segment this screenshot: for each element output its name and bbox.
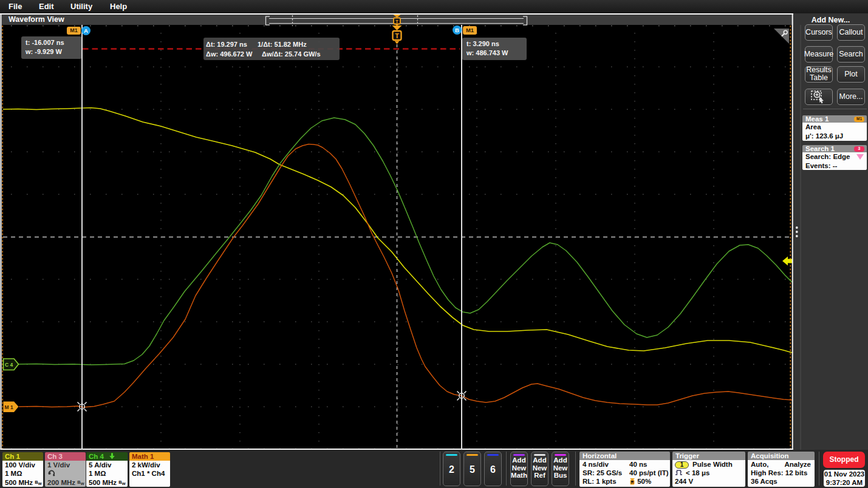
- svg-text:u: u: [631, 481, 633, 484]
- svg-text:M 1: M 1: [5, 404, 13, 410]
- svg-text:C 4: C 4: [5, 362, 13, 368]
- svg-text:T: T: [395, 19, 398, 24]
